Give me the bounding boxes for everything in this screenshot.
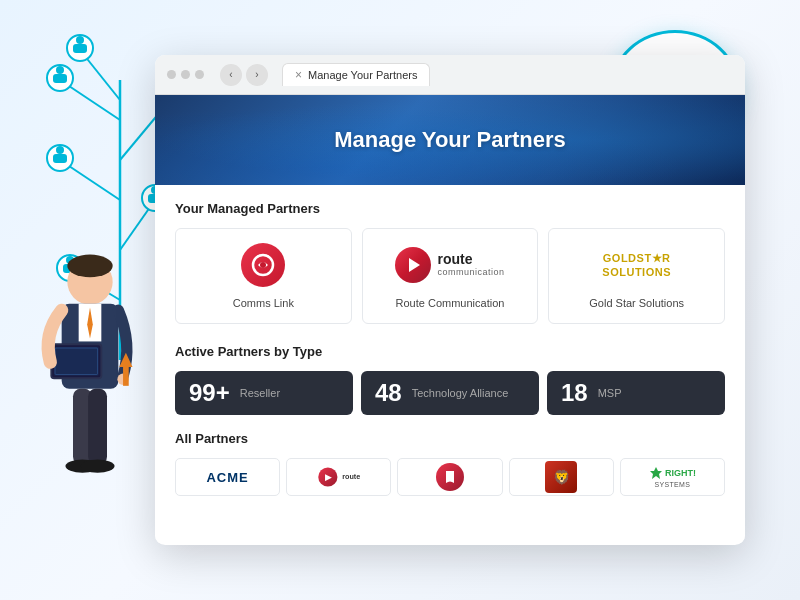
acme-logo-box[interactable]: ACME — [175, 458, 280, 496]
comms-link-logo — [241, 243, 285, 287]
tech-alliance-count: 48 — [375, 381, 402, 405]
route-logo: route communication — [395, 243, 504, 287]
browser-window: ‹ › × Manage Your Partners Manage Your P… — [155, 55, 745, 545]
all-partners-section: All Partners ACME ▶ route — [175, 431, 725, 496]
route-name: Route Communication — [396, 297, 505, 309]
browser-dots — [167, 70, 204, 79]
dot-2 — [181, 70, 190, 79]
svg-rect-32 — [54, 347, 98, 375]
forward-button[interactable]: › — [246, 64, 268, 86]
goldstar-card[interactable]: GOLDST★R SOLUTIONS Gold Star Solutions — [548, 228, 725, 324]
svg-point-26 — [67, 255, 112, 278]
reseller-card: 99+ Reseller — [175, 371, 353, 415]
active-partners-grid: 99+ Reseller 48 Technology Alliance 18 M… — [175, 371, 725, 415]
comms-link-card[interactable]: Comms Link — [175, 228, 352, 324]
comms-link-name: Comms Link — [233, 297, 294, 309]
active-partners-title: Active Partners by Type — [175, 344, 725, 359]
comms-link-icon — [241, 243, 285, 287]
goldstar-name: Gold Star Solutions — [589, 297, 684, 309]
partner4-logo-box[interactable]: 🦁 — [509, 458, 614, 496]
msp-card: 18 MSP — [547, 371, 725, 415]
reseller-count: 99+ — [189, 381, 230, 405]
svg-rect-36 — [88, 389, 107, 465]
svg-point-53 — [260, 262, 266, 268]
route-small-logo: ▶ route — [318, 467, 360, 486]
msp-count: 18 — [561, 381, 588, 405]
active-partners-section: Active Partners by Type 99+ Reseller 48 … — [175, 344, 725, 415]
person-illustration — [20, 230, 160, 570]
tech-alliance-card: 48 Technology Alliance — [361, 371, 539, 415]
svg-rect-40 — [123, 367, 129, 386]
managed-partners-title: Your Managed Partners — [175, 201, 725, 216]
back-button[interactable]: ‹ — [220, 64, 242, 86]
tab-label: Manage Your Partners — [308, 69, 417, 81]
route-text: route communication — [437, 252, 504, 277]
goldstar-logo: GOLDST★R SOLUTIONS — [602, 243, 671, 287]
route-communication-card[interactable]: route communication Route Communication — [362, 228, 539, 324]
managed-partners-section: Your Managed Partners Comms Link — [175, 201, 725, 324]
dot-3 — [195, 70, 204, 79]
right-systems-logo-box[interactable]: RIGHT! SYSTEMS — [620, 458, 725, 496]
partner3-logo — [436, 463, 464, 491]
all-partners-logos: ACME ▶ route — [175, 458, 725, 496]
svg-marker-54 — [409, 258, 420, 272]
right-systems-logo: RIGHT! SYSTEMS — [649, 466, 696, 488]
hero-banner: Manage Your Partners — [155, 95, 745, 185]
browser-nav: ‹ › — [220, 64, 268, 86]
svg-marker-55 — [650, 467, 662, 479]
main-content: Your Managed Partners Comms Link — [155, 185, 745, 543]
svg-point-38 — [81, 460, 115, 473]
tab-close-icon[interactable]: × — [295, 68, 302, 82]
tech-alliance-label: Technology Alliance — [412, 386, 509, 400]
browser-tab[interactable]: × Manage Your Partners — [282, 63, 430, 86]
dot-1 — [167, 70, 176, 79]
browser-chrome: ‹ › × Manage Your Partners — [155, 55, 745, 95]
route-icon — [395, 247, 431, 283]
page-title: Manage Your Partners — [334, 127, 565, 153]
msp-label: MSP — [598, 386, 622, 400]
partners-grid: Comms Link route c — [175, 228, 725, 324]
partner3-logo-box[interactable] — [397, 458, 502, 496]
route-logo-box[interactable]: ▶ route — [286, 458, 391, 496]
partner4-logo: 🦁 — [545, 461, 577, 493]
reseller-label: Reseller — [240, 386, 280, 400]
all-partners-title: All Partners — [175, 431, 725, 446]
acme-logo: ACME — [206, 470, 248, 485]
